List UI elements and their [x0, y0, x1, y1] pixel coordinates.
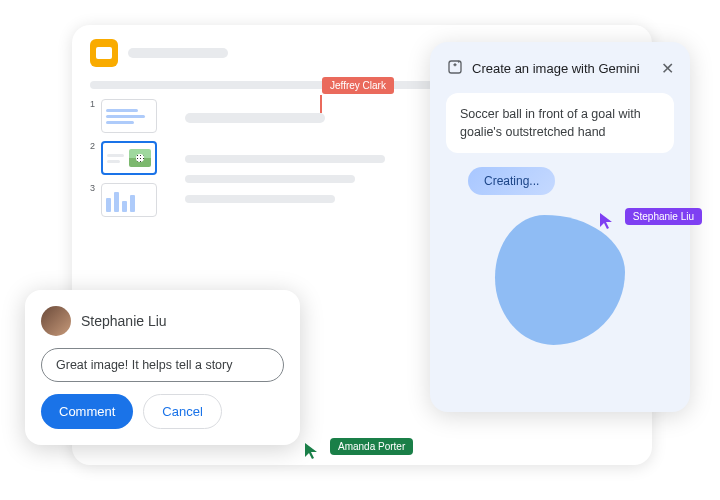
thumb-number: 2 — [90, 141, 96, 151]
slide-body-line — [185, 195, 335, 203]
gemini-sparkle-icon — [446, 58, 464, 79]
cursor-pointer-icon — [304, 442, 318, 460]
comment-author-name: Stephanie Liu — [81, 313, 167, 329]
collaborator-cursor-label: Stephanie Liu — [625, 208, 702, 225]
thumb-number: 3 — [90, 183, 96, 193]
cursor-pointer-icon — [599, 212, 613, 230]
gemini-generating-placeholder-icon — [495, 215, 625, 345]
slide-thumbnail-panel: 1 2 3 — [90, 99, 157, 229]
thumb-number: 1 — [90, 99, 96, 109]
comment-submit-button[interactable]: Comment — [41, 394, 133, 429]
document-title-placeholder[interactable] — [128, 48, 228, 58]
thumb-image-icon — [129, 149, 151, 167]
gemini-prompt-text[interactable]: Soccer ball in front of a goal with goal… — [446, 93, 674, 153]
comment-input[interactable] — [41, 348, 284, 382]
comment-cancel-button[interactable]: Cancel — [143, 394, 221, 429]
collaborator-cursor-label: Jeffrey Clark — [322, 77, 394, 94]
slide-thumbnail[interactable] — [101, 99, 157, 133]
collaborator-cursor-label: Amanda Porter — [330, 438, 413, 455]
slide-body-line — [185, 155, 385, 163]
comment-popover: Stephanie Liu Comment Cancel — [25, 290, 300, 445]
slide-title-placeholder — [185, 113, 325, 123]
thumb-chart-icon — [106, 188, 152, 212]
comment-author-avatar — [41, 306, 71, 336]
slide-body-line — [185, 175, 355, 183]
slide-thumbnail[interactable] — [101, 183, 157, 217]
slides-logo-icon[interactable] — [90, 39, 118, 67]
gemini-panel-title: Create an image with Gemini — [472, 61, 640, 76]
slide-thumbnail[interactable] — [101, 141, 157, 175]
collaborator-cursor: Amanda Porter — [304, 442, 413, 460]
collaborator-cursor: Stephanie Liu — [599, 212, 702, 230]
svg-rect-2 — [449, 61, 461, 73]
gemini-status-chip: Creating... — [468, 167, 555, 195]
close-icon[interactable]: ✕ — [661, 59, 674, 78]
